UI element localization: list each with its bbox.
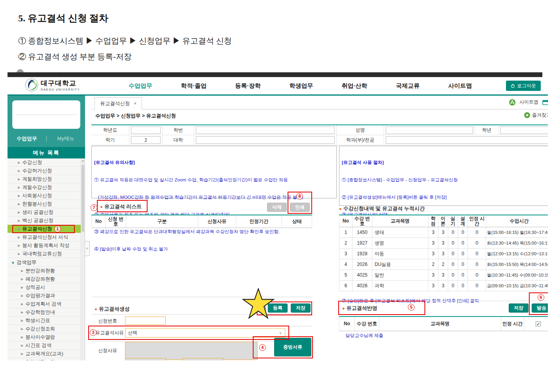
sidebar-item[interactable]: ▶계절수강신청 [8, 183, 81, 192]
calendar-icon[interactable]: ▦ [218, 359, 222, 360]
save-button-apply[interactable]: 저장 [509, 303, 528, 313]
save-button-create[interactable]: 저장 [291, 303, 311, 313]
arrow-right-icon: ▶ [18, 236, 20, 239]
table-cell: 3 [428, 281, 438, 291]
sidebar-item-absence-application[interactable]: ▶유고결석신청1 [8, 225, 81, 233]
sidebar-item[interactable]: ▶학생시간표 [8, 317, 81, 325]
column-header: 인정 시간 [501, 317, 524, 331]
sidebar-item[interactable]: ▶백신 공결신청 [8, 217, 81, 225]
sidebar-collapse-button[interactable]: < [85, 241, 90, 256]
sidebar-item[interactable]: ▶수업계획서 검색 [8, 300, 81, 308]
sidebar-item-label: 수업평가결과 [25, 293, 55, 298]
table-cell: 화(15:00~15:50) 목(14:00~14:50) [486, 259, 548, 270]
sidebar-item[interactable]: ▶시간표 검색 [8, 341, 81, 350]
arrow-right-icon: ▶ [21, 344, 23, 347]
sidebar-item[interactable]: ▶수강학점안내 [8, 308, 81, 317]
college-input[interactable] [196, 136, 335, 144]
application-number-input[interactable] [125, 317, 166, 325]
sidebar-item[interactable]: ▶봉사이수열람 [8, 333, 81, 341]
favorite-star-icon [524, 112, 530, 118]
doc-step-1: ① 종합정보시스템 ▶ 수업업무 ▶ 신청업무 ▶ 유고결석 신청 [18, 36, 232, 46]
table-cell: 3 [428, 249, 438, 259]
term-input[interactable]: 2 [131, 136, 161, 144]
column-header: 설 계 [458, 215, 468, 227]
sidebar-tab-my-menu[interactable]: My메뉴 [47, 135, 85, 142]
table-cell: 0 [468, 227, 486, 237]
sidebar-item[interactable]: ▶생리 공결신청 [8, 208, 81, 217]
sidebar-item[interactable]: ▶수강허가신청 [8, 167, 81, 175]
sidebar-item[interactable]: ▶수업평가결과 [8, 292, 81, 300]
arrow-right-icon: ▶ [21, 269, 23, 273]
scrollbar-thumb[interactable] [81, 165, 84, 232]
sidebar-tab-course-work[interactable]: 수업업무 [8, 135, 46, 142]
tab-absence-application[interactable]: 유고결석신청 × [95, 97, 142, 109]
sidebar-item[interactable]: ▶헌혈봉사신청 [8, 200, 81, 208]
sitemap-icon[interactable] [509, 99, 515, 106]
sidebar-item[interactable]: ▶봉사 활동계획서 작성 [8, 241, 81, 250]
sidebar-item[interactable]: ▶사회봉사신청 [8, 192, 81, 200]
sidebar-group-label: 검색업무 [17, 260, 36, 265]
sidebar-item-label: 성적공시 [25, 285, 45, 290]
sidebar-item-label: 폐강강좌현황 [25, 276, 55, 282]
detail-reason-label: 신청사유 [91, 341, 124, 360]
column-header: 구분 [126, 215, 198, 228]
sidebar-item[interactable]: ▶수강신청조회 [8, 325, 81, 333]
sidebar-item[interactable]: ▶유고결석신청서 서식 [8, 233, 81, 241]
enrollment-section-title: ●수강신청내역 및 유고결석 누적시간 [339, 205, 425, 212]
column-header: 상태 [282, 215, 312, 228]
annotation-3: 3 [90, 329, 97, 336]
sidebar-group-search[interactable]: ∨검색업무 [8, 258, 81, 267]
scroll-up-icon[interactable]: ∧ [81, 159, 85, 163]
absence-reason-select[interactable]: 선택 ∨ [125, 328, 285, 337]
table-cell: 과학 [372, 281, 428, 291]
bullet-icon: ● [100, 204, 103, 209]
select-all-checkbox[interactable]: ✓ [536, 321, 541, 326]
annotation-1: 1 [54, 226, 61, 232]
table-cell: 0 [458, 238, 468, 248]
sidebar-item[interactable]: ▶교과목개요(교과) [8, 350, 81, 358]
notice-line: ① 유고결석 적용은 대면수업 및 실시간 Zoom 수업, 학습기간(출석인정… [94, 177, 334, 183]
arrow-right-icon: ▶ [18, 252, 20, 256]
annotation-box-sidebar [12, 225, 75, 233]
table-cell: 0 [448, 249, 458, 259]
sidebar-item[interactable]: ▶계절희망신청 [8, 175, 81, 183]
sidebar-item-label: 수업계획서 검색 [25, 301, 61, 307]
tabstrip-border [91, 109, 548, 109]
period-end-input[interactable]: ▦ [182, 358, 224, 360]
sidebar-item[interactable]: ▶성적공시 [8, 283, 81, 292]
attachment-button[interactable]: 증빙서류 [274, 338, 311, 356]
sidebar-item[interactable]: ▶수강신청 [8, 158, 81, 167]
sidebar-item[interactable]: ▶국내학점교류신청 [8, 250, 81, 258]
department-input[interactable] [386, 136, 548, 144]
university-name: 대구대학교 [41, 79, 80, 88]
arrow-right-icon: ▶ [21, 319, 23, 322]
close-all-tabs-icon[interactable] [542, 99, 548, 106]
print-button[interactable]: 인쇄 [290, 203, 310, 212]
year-input[interactable] [131, 126, 161, 134]
sidebar-info-box[interactable] [12, 100, 80, 129]
column-header: 인정기간 [236, 215, 282, 228]
menu-list-title: 메뉴 목록 [8, 147, 85, 158]
period-start-input[interactable]: ▦ [125, 358, 166, 360]
college-label: 대학 [163, 135, 194, 145]
calendar-icon[interactable]: ▦ [161, 359, 165, 360]
favorites-button[interactable]: 즐겨찾기 [524, 112, 548, 119]
student-id-input[interactable] [196, 126, 335, 134]
name-input[interactable] [386, 126, 473, 134]
delete-button[interactable]: 삭제 [267, 203, 287, 212]
notice-line: ① [종합정보시스템] - 수업업무 - 신청업무 - 유고결석신청 [342, 177, 548, 183]
sidebar-item-label: 학업성적조회 [25, 359, 55, 360]
table-cell: 금(09:00~10:15) 금(10:30~11:45) [486, 281, 548, 291]
tab-close-icon[interactable]: × [134, 101, 136, 106]
table-cell: 4026 [352, 281, 372, 291]
grade-input[interactable] [500, 126, 548, 134]
university-logo[interactable]: 대구대학교 DAEGU UNIVERSITY [25, 78, 80, 92]
table-cell: 화(13:30~14:45) 목(15:00~16:15) [486, 238, 548, 248]
send-button[interactable]: 발송 [532, 303, 548, 313]
sidebar-item[interactable]: ▶폐강강좌현황 [8, 275, 81, 283]
sidebar-item[interactable]: ▶학업성적조회 [8, 358, 81, 360]
sitemap-label[interactable]: 사이트맵 [519, 99, 538, 106]
detail-reason-textarea[interactable] [125, 342, 258, 360]
sidebar-scrollbar[interactable]: ∧ [81, 158, 85, 360]
sidebar-item[interactable]: ▶분반강좌현황 [8, 267, 81, 275]
